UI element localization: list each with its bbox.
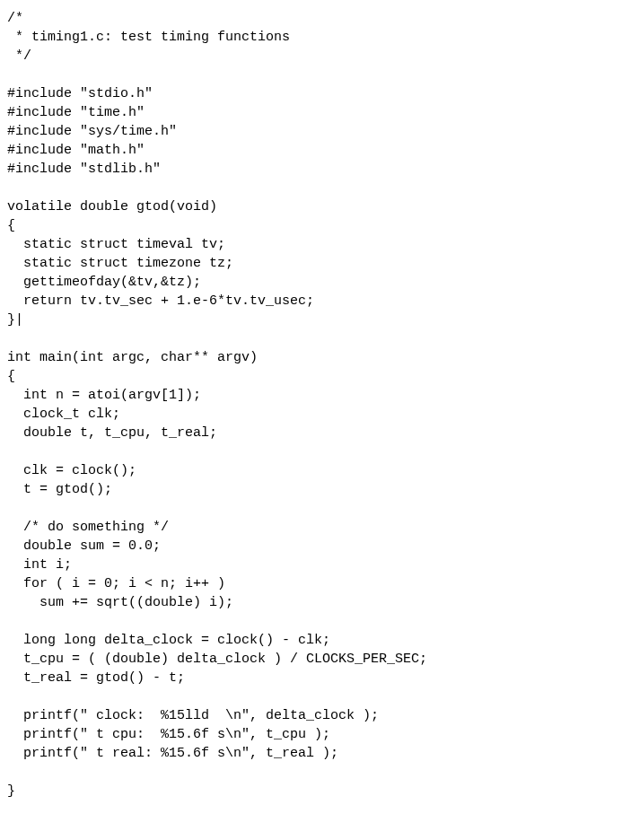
source-code-block: /* * timing1.c: test timing functions */…: [0, 0, 640, 809]
